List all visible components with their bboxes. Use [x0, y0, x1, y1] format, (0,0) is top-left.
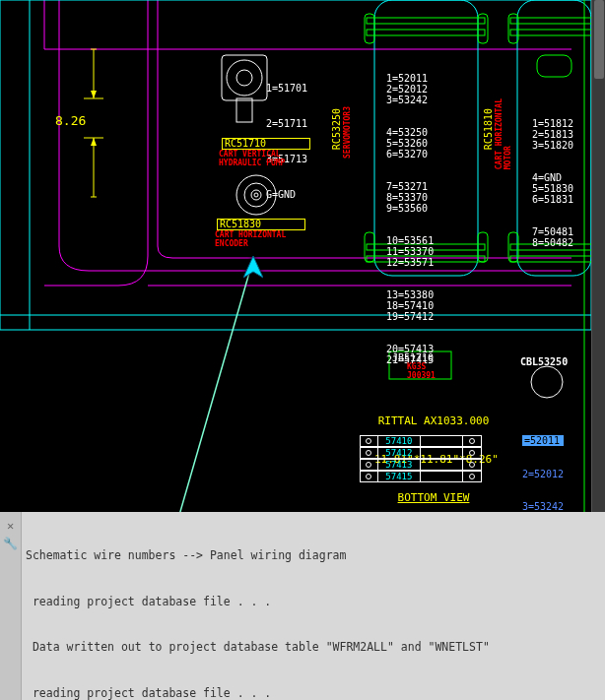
svg-rect-14 — [236, 98, 252, 122]
wrench-icon[interactable]: 🔧 — [3, 536, 19, 551]
svg-point-36 — [531, 366, 563, 398]
ref-rc51810: RC51810 — [483, 108, 494, 150]
viewport-scrollbar-vertical[interactable] — [591, 0, 605, 512]
label-rc51810: CART HORIZONTAL MOTOR — [495, 98, 512, 169]
label-jb51710: KG3S J00391 — [407, 362, 436, 380]
svg-rect-31 — [510, 18, 591, 24]
svg-line-39 — [177, 266, 251, 512]
svg-point-13 — [236, 70, 252, 86]
svg-marker-40 — [243, 256, 263, 278]
ref-rc51710: RC51710 — [225, 138, 266, 149]
command-line: Data written out to project database tab… — [26, 640, 601, 656]
command-line: reading project database file . . . — [26, 686, 601, 700]
svg-marker-8 — [91, 138, 97, 146]
side-wire-stack: =52011 2=52012 3=53242 4=53250 5=53260 6… — [522, 414, 564, 512]
command-panel: ✕ 🔧 Schematic wire numbers --> Panel wir… — [0, 512, 605, 700]
cad-viewport[interactable]: 8.26 1=51701 2=51711 3=51713 G=GND RC517… — [0, 0, 605, 512]
command-line: reading project database file . . . — [26, 595, 601, 610]
command-line: Schematic wire numbers --> Panel wiring … — [26, 548, 601, 564]
svg-rect-26 — [367, 30, 485, 35]
label-rc51830: CART HORIZONTAL ENCODER — [215, 230, 286, 248]
close-icon[interactable]: ✕ — [3, 518, 19, 534]
command-history[interactable]: Schematic wire numbers --> Panel wiring … — [22, 512, 605, 700]
svg-point-18 — [254, 193, 258, 197]
svg-rect-35 — [537, 55, 571, 77]
dimension-value: 8.26 — [55, 113, 86, 128]
command-gutter: ✕ 🔧 — [0, 512, 22, 700]
ref-cbl53250: CBL53250 — [520, 356, 568, 367]
svg-rect-32 — [510, 30, 591, 35]
wire-list-right: 1=518122=518133=51820 4=GND5=518306=5183… — [532, 96, 573, 270]
svg-rect-11 — [222, 55, 267, 100]
ref-rc51830: RC51830 — [220, 219, 261, 229]
svg-point-16 — [244, 183, 268, 207]
annotation-cursor-icon — [243, 256, 263, 282]
wire-list-mid: 1=520112=520123=53242 4=532505=532606=53… — [386, 51, 434, 387]
label-rc53250: SERVOMOTOR3 — [343, 106, 352, 159]
svg-point-17 — [251, 190, 261, 200]
annotation-pointer-line — [177, 266, 276, 512]
svg-rect-25 — [367, 18, 485, 24]
svg-marker-7 — [91, 91, 97, 98]
scrollbar-thumb[interactable] — [594, 0, 604, 79]
ref-rc53250: RC53250 — [331, 108, 342, 150]
label-rc51710: CART VERTICAL HYDRAULIC PUMP — [219, 150, 285, 167]
svg-point-12 — [227, 60, 262, 95]
